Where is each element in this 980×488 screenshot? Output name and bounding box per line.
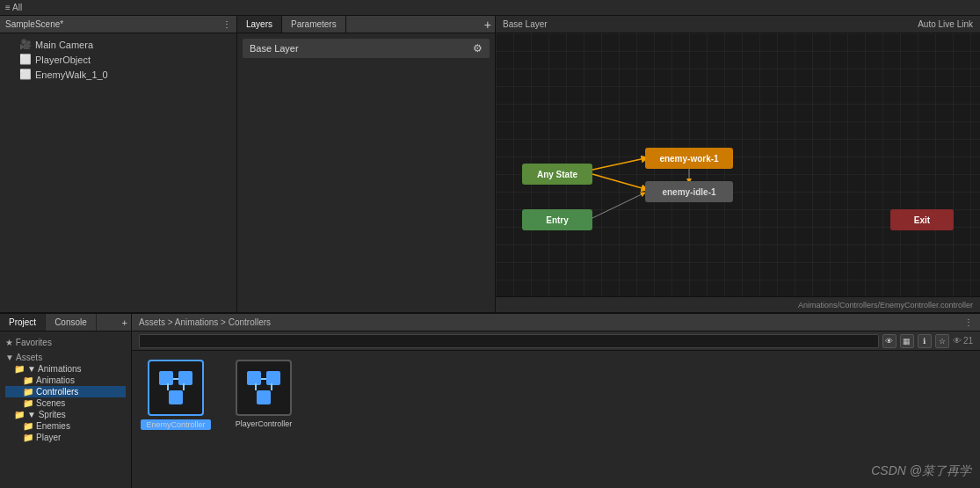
player-icon: ⬜ <box>19 54 32 65</box>
animator-canvas[interactable]: Any State Entry Exit enemy-work-1 enemy-… <box>496 33 980 296</box>
favorites-header: ★ Favorites <box>5 337 126 348</box>
player-controller-label: PlayerController <box>236 419 293 428</box>
layers-panel: Layers Parameters + Base Layer ⚙ <box>237 16 496 312</box>
state-any-state[interactable]: Any State <box>522 164 592 185</box>
state-enemy-work[interactable]: enemy-work-1 <box>645 148 733 169</box>
hierarchy-scene-title: SampleScene* <box>5 19 63 29</box>
enemy-controller-label: EnemyController <box>141 419 211 430</box>
tab-project[interactable]: Project <box>0 314 46 331</box>
hierarchy-content: 🎥 Main Camera ⬜ PlayerObject ⬜ EnemyWalk… <box>0 33 236 312</box>
state-entry[interactable]: Entry <box>522 209 592 230</box>
layers-tab-bar: Layers Parameters + <box>237 16 495 33</box>
hierarchy-header: SampleScene* ⋮ <box>0 16 236 33</box>
asset-search-input[interactable] <box>139 334 879 348</box>
full-layout: SampleScene* ⋮ 🎥 Main Camera ⬜ PlayerObj… <box>0 16 980 488</box>
project-tabs: Project Console + <box>0 314 131 331</box>
project-panel: Project Console + ★ Favorites <box>0 314 132 488</box>
filter-icon-btn[interactable]: ▦ <box>900 334 914 348</box>
animator-panel: Base Layer Auto Live Link <box>496 16 980 312</box>
tab-parameters[interactable]: Parameters <box>282 16 346 33</box>
state-exit[interactable]: Exit <box>890 209 954 230</box>
assets-section: ▼ Assets 📁 ▼ Animations 📁 Animatios 📁 <box>0 350 131 445</box>
svg-line-2 <box>592 174 645 189</box>
tab-console[interactable]: Console <box>46 314 97 331</box>
watermark: CSDN @菜了再学 <box>871 463 971 479</box>
top-bar: ≡ All <box>0 0 980 16</box>
bottom-area: Project Console + ★ Favorites <box>0 312 980 488</box>
svg-line-1 <box>592 158 645 170</box>
all-label: ≡ All <box>5 3 22 12</box>
folder-icon-animatios: 📁 <box>23 375 33 385</box>
project-tab-actions: + <box>122 317 131 328</box>
svg-line-3 <box>592 193 643 218</box>
asset-item-enemy-controller[interactable]: EnemyController <box>141 360 211 430</box>
hierarchy-menu-icon[interactable]: ⋮ <box>222 19 231 29</box>
asset-header-icons: ⋮ <box>964 317 973 327</box>
enemy-icon: ⬜ <box>19 69 32 80</box>
tree-enemies[interactable]: 📁 Enemies <box>5 420 126 432</box>
folder-icon-enemies: 📁 <box>23 421 33 431</box>
folder-icon-scenes: 📁 <box>23 398 33 408</box>
layers-tab-actions: + <box>484 18 495 32</box>
favorites-section: ★ Favorites <box>0 335 131 350</box>
star-icon-btn[interactable]: ☆ <box>935 334 949 348</box>
tree-sprites[interactable]: 📁 ▼ Sprites <box>5 409 126 420</box>
controller-path: Animations/Controllers/EnemyController.c… <box>798 301 973 310</box>
folder-icon-sprites: 📁 <box>14 410 25 419</box>
asset-browser-toolbar: 👁 ▦ ℹ ☆ 👁 21 <box>132 331 980 351</box>
tree-animations[interactable]: 📁 ▼ Animations <box>5 363 126 375</box>
asset-grid: EnemyController PlayerCon <box>132 351 980 488</box>
layer-settings-icon[interactable]: ⚙ <box>473 42 483 55</box>
hierarchy-item-player[interactable]: ⬜ PlayerObject <box>0 52 236 67</box>
tab-layers[interactable]: Layers <box>237 16 282 33</box>
layer-name: Base Layer <box>250 43 299 54</box>
camera-icon: 🎥 <box>19 39 32 50</box>
tree-animatios[interactable]: 📁 Animatios <box>5 375 126 386</box>
base-layer-row[interactable]: Base Layer ⚙ <box>243 39 490 58</box>
info-icon-btn[interactable]: ℹ <box>918 334 932 348</box>
eye-icon-btn[interactable]: 👁 <box>882 334 897 348</box>
animator-header: Base Layer Auto Live Link <box>496 16 980 33</box>
assets-header[interactable]: ▼ Assets <box>5 352 126 363</box>
animator-footer: Animations/Controllers/EnemyController.c… <box>496 296 980 312</box>
top-area: SampleScene* ⋮ 🎥 Main Camera ⬜ PlayerObj… <box>0 16 980 312</box>
asset-browser-header: Assets > Animations > Controllers ⋮ <box>132 314 980 331</box>
view-icon[interactable]: ⋮ <box>964 317 973 327</box>
animator-base-layer-title: Base Layer <box>503 19 548 29</box>
project-add-button[interactable]: + <box>122 317 127 328</box>
add-layer-button[interactable]: + <box>484 18 491 32</box>
folder-icon-controllers: 📁 <box>23 387 33 397</box>
project-content: ★ Favorites ▼ Assets 📁 ▼ Animations <box>0 331 131 488</box>
tree-scenes[interactable]: 📁 Scenes <box>5 397 126 409</box>
player-controller-icon <box>236 360 292 416</box>
asset-browser: Assets > Animations > Controllers ⋮ 👁 ▦ … <box>132 314 980 488</box>
breadcrumb: Assets > Animations > Controllers <box>139 317 271 327</box>
hierarchy-item-enemy[interactable]: ⬜ EnemyWalk_1_0 <box>0 67 236 82</box>
hierarchy-item-camera[interactable]: 🎥 Main Camera <box>0 37 236 52</box>
folder-icon: 📁 <box>14 364 25 374</box>
layers-content: Base Layer ⚙ <box>237 33 495 67</box>
enemy-controller-icon <box>148 360 204 416</box>
auto-live-link-label: Auto Live Link <box>918 19 973 29</box>
hierarchy-panel: SampleScene* ⋮ 🎥 Main Camera ⬜ PlayerObj… <box>0 16 237 312</box>
eye2-icon: 👁 <box>953 336 962 346</box>
tree-player[interactable]: 📁 Player <box>5 432 126 443</box>
state-enemy-idle[interactable]: enemy-idle-1 <box>645 181 733 202</box>
asset-item-player-controller[interactable]: PlayerController <box>229 360 299 428</box>
visibility-count: 👁 21 <box>953 336 973 346</box>
tree-controllers[interactable]: 📁 Controllers <box>5 386 126 397</box>
folder-icon-player: 📁 <box>23 433 33 442</box>
